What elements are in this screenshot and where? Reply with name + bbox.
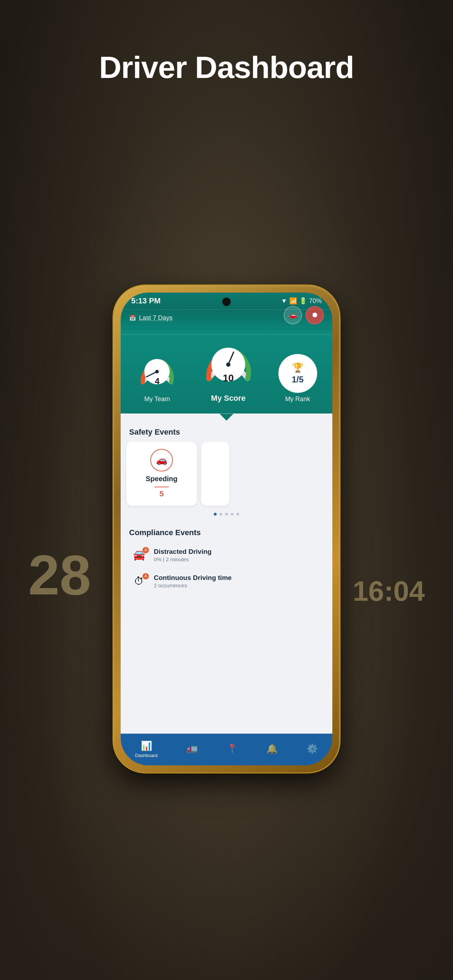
my-score-value: 10 <box>223 372 234 384</box>
phone-camera <box>222 298 231 306</box>
nav-alerts[interactable]: 🔔 <box>261 740 283 759</box>
phone-inner: 5:13 PM ▼ 📶 🔋 70% 📅 Last 7 Days <box>121 293 332 765</box>
phone-screen: 5:13 PM ▼ 📶 🔋 70% 📅 Last 7 Days <box>121 293 332 765</box>
svg-point-5 <box>226 362 230 366</box>
nav-dashboard[interactable]: 📊 Dashboard <box>129 738 163 761</box>
distracted-title: Distracted Driving <box>154 548 212 555</box>
page-title: Driver Dashboard <box>0 49 453 85</box>
distracted-detail: 0% | 2 minutes <box>154 556 212 562</box>
continuous-driving-item[interactable]: ⏱ ⚠ Continuous Driving time 2 occurrence… <box>129 568 324 594</box>
rank-value: 1/5 <box>292 375 304 385</box>
svg-point-2 <box>155 370 159 373</box>
continuous-icon-container: ⏱ ⚠ <box>129 574 149 589</box>
content-area: Safety Events 🚗 Speeding 5 <box>121 414 332 733</box>
carousel-dots <box>121 512 332 515</box>
safety-events-list: 🚗 Speeding 5 <box>121 442 332 512</box>
speeding-count: 5 <box>154 487 168 498</box>
compliance-events-title: Compliance Events <box>121 521 332 542</box>
wifi-icon: ▼ <box>281 298 287 305</box>
dot-3 <box>225 512 228 515</box>
trophy-icon: 🏆 <box>292 362 304 373</box>
speeding-icon: 🚗 <box>156 455 167 466</box>
warn-badge-distracted: ⚠ <box>143 547 149 553</box>
event-card-partial <box>201 442 229 506</box>
my-team-value: 4 <box>155 376 159 386</box>
my-team-gauge: 4 <box>136 350 178 393</box>
continuous-detail: 2 occurrences <box>154 582 232 589</box>
speeding-icon-circle: 🚗 <box>150 449 173 471</box>
dot-5 <box>236 512 239 515</box>
warn-badge-continuous: ⚠ <box>143 573 149 579</box>
calendar-icon: 📅 <box>129 315 136 321</box>
settings-nav-icon: ⚙️ <box>307 743 318 754</box>
my-score-gauge: 10 <box>202 338 255 391</box>
date-filter[interactable]: 📅 Last 7 Days <box>129 314 173 322</box>
dashboard-nav-label: Dashboard <box>135 753 158 758</box>
status-icons: ▼ 📶 🔋 70% <box>281 297 322 305</box>
app-header: 📅 Last 7 Days 🚗 ⏺ <box>121 309 332 334</box>
my-score-label: My Score <box>211 394 246 403</box>
dot-4 <box>231 512 234 515</box>
speeding-label: Speeding <box>146 475 178 483</box>
alerts-nav-icon: 🔔 <box>266 743 278 754</box>
dashboard-nav-icon: 📊 <box>141 740 152 751</box>
my-team-label: My Team <box>144 395 170 403</box>
location-nav-icon: 📍 <box>227 743 238 754</box>
safety-events-title: Safety Events <box>121 420 332 442</box>
nav-settings[interactable]: ⚙️ <box>301 740 324 759</box>
trips-nav-icon: 🚛 <box>186 743 197 754</box>
phone-shell: 5:13 PM ▼ 📶 🔋 70% 📅 Last 7 Days <box>114 285 339 772</box>
nav-trips[interactable]: 🚛 <box>181 740 203 759</box>
vehicle-icon-button[interactable]: 🚗 <box>284 306 302 324</box>
signal-icon: 📶 <box>289 297 297 305</box>
nav-location[interactable]: 📍 <box>221 740 243 759</box>
my-score-card: 10 My Score <box>202 338 255 403</box>
bottom-nav: 📊 Dashboard 🚛 📍 🔔 ⚙️ <box>121 733 332 765</box>
record-button[interactable]: ⏺ <box>305 306 324 324</box>
score-section: 4 My Team <box>121 334 332 414</box>
battery-level: 70% <box>309 298 322 305</box>
dot-1 <box>214 512 217 515</box>
compliance-list: 🚘 ⚠ Distracted Driving 0% | 2 minutes ⏱ … <box>121 542 332 601</box>
continuous-text: Continuous Driving time 2 occurrences <box>154 574 232 589</box>
distracted-text: Distracted Driving 0% | 2 minutes <box>154 548 212 562</box>
battery-icon: 🔋 <box>299 297 307 305</box>
my-team-card: 4 My Team <box>136 350 178 403</box>
date-filter-label: Last 7 Days <box>139 314 173 322</box>
car-number-right: 16:04 <box>353 575 425 608</box>
my-rank-label: My Rank <box>285 395 310 403</box>
distracted-icon-container: 🚘 ⚠ <box>129 548 149 562</box>
speeding-card[interactable]: 🚗 Speeding 5 <box>126 442 197 506</box>
dot-2 <box>219 512 222 515</box>
rank-circle: 🏆 1/5 <box>278 354 317 393</box>
header-actions: 🚗 ⏺ <box>284 306 324 324</box>
car-number-left: 28 <box>28 542 91 608</box>
vehicle-icon: 🚗 <box>289 311 297 319</box>
status-time: 5:13 PM <box>131 296 161 305</box>
my-rank-card: 🏆 1/5 My Rank <box>278 354 317 403</box>
distracted-driving-item[interactable]: 🚘 ⚠ Distracted Driving 0% | 2 minutes <box>129 542 324 568</box>
record-icon: ⏺ <box>311 311 318 319</box>
continuous-title: Continuous Driving time <box>154 574 232 582</box>
